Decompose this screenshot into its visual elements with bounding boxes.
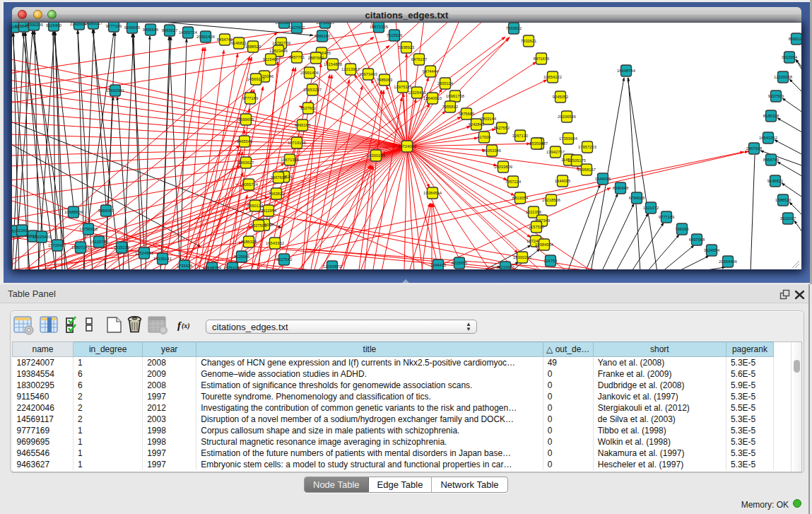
- svg-text:20991406: 20991406: [300, 71, 319, 75]
- svg-text:3624554: 3624554: [704, 248, 720, 252]
- svg-text:9465546: 9465546: [237, 139, 253, 144]
- svg-text:1244415: 1244415: [430, 263, 447, 267]
- svg-text:9245052: 9245052: [553, 95, 569, 99]
- svg-text:9146821: 9146821: [767, 179, 784, 183]
- svg-text:116753: 116753: [544, 259, 558, 263]
- svg-text:12975115: 12975115: [394, 85, 411, 89]
- svg-text:10719155: 10719155: [288, 141, 306, 145]
- svg-text:9699695: 9699695: [238, 117, 254, 122]
- svg-text:2803144: 2803144: [481, 117, 497, 121]
- svg-text:16782759: 16782759: [272, 41, 290, 45]
- svg-text:2935114: 2935114: [437, 81, 454, 86]
- svg-text:853594: 853594: [529, 141, 543, 146]
- svg-text:9115460: 9115460: [46, 23, 61, 28]
- svg-text:10671355: 10671355: [281, 158, 299, 162]
- svg-text:10025433: 10025433: [33, 235, 51, 239]
- svg-text:7515526: 7515526: [387, 33, 403, 37]
- svg-text:3267130: 3267130: [512, 134, 529, 138]
- svg-text:1527602: 1527602: [289, 25, 305, 30]
- svg-text:6794028: 6794028: [629, 196, 645, 200]
- svg-text:19384554: 19384554: [535, 243, 554, 247]
- svg-text:10671355: 10671355: [370, 25, 388, 29]
- svg-text:14569117: 14569117: [247, 77, 264, 81]
- svg-text:8990448: 8990448: [613, 186, 629, 190]
- svg-text:8215955: 8215955: [452, 261, 468, 265]
- svg-text:11325419: 11325419: [408, 90, 425, 95]
- svg-text:9884067: 9884067: [98, 209, 114, 213]
- svg-text:16961758: 16961758: [446, 94, 464, 98]
- svg-text:12823446: 12823446: [269, 49, 288, 53]
- svg-text:20364436: 20364436: [719, 259, 737, 264]
- svg-text:16543352: 16543352: [266, 241, 284, 245]
- svg-text:9457791: 9457791: [289, 55, 305, 59]
- svg-text:3912954: 3912954: [261, 209, 277, 213]
- svg-text:7485063: 7485063: [377, 78, 393, 82]
- svg-text:10973493: 10973493: [359, 72, 377, 76]
- svg-text:15640910: 15640910: [423, 96, 442, 100]
- svg-text:1733426: 1733426: [177, 264, 193, 268]
- svg-text:10756928: 10756928: [79, 227, 98, 231]
- svg-text:1588520: 1588520: [775, 198, 792, 202]
- svg-text:2967608: 2967608: [271, 175, 287, 180]
- svg-text:9463627: 9463627: [238, 160, 254, 165]
- svg-text:17359924: 17359924: [559, 136, 578, 141]
- svg-text:1221396: 1221396: [526, 210, 542, 214]
- svg-text:16154808: 16154808: [324, 62, 342, 66]
- svg-text:14569117: 14569117: [84, 23, 102, 25]
- svg-text:18807249: 18807249: [71, 245, 90, 250]
- svg-text:16120746: 16120746: [90, 240, 108, 244]
- svg-text:7663822: 7663822: [269, 192, 285, 196]
- svg-text:19218506: 19218506: [542, 198, 560, 202]
- svg-text:8660124: 8660124: [789, 37, 801, 41]
- svg-text:12093872: 12093872: [323, 264, 341, 269]
- svg-text:10653267: 10653267: [275, 23, 293, 25]
- svg-text:7357224: 7357224: [505, 180, 522, 184]
- svg-text:10653267: 10653267: [303, 88, 322, 92]
- svg-text:746266: 746266: [675, 227, 688, 231]
- svg-text:19384554: 19384554: [423, 191, 442, 195]
- svg-text:15720407: 15720407: [48, 243, 66, 247]
- svg-text:7632621: 7632621: [521, 39, 537, 43]
- svg-text:1644095: 1644095: [555, 179, 571, 183]
- svg-text:7955812: 7955812: [442, 105, 459, 109]
- svg-text:9777169: 9777169: [242, 96, 259, 100]
- svg-text:9227542: 9227542: [276, 257, 293, 262]
- svg-text:9129966: 9129966: [234, 255, 250, 259]
- svg-text:8471676: 8471676: [534, 57, 550, 61]
- svg-text:20991406: 20991406: [196, 35, 215, 39]
- svg-text:12226058: 12226058: [774, 75, 792, 79]
- svg-text:2967608: 2967608: [746, 146, 763, 151]
- svg-text:8660124: 8660124: [247, 204, 264, 208]
- svg-text:5875685: 5875685: [459, 112, 475, 116]
- svg-text:9327509: 9327509: [251, 223, 267, 228]
- svg-text:6479197: 6479197: [411, 57, 428, 62]
- svg-text:8813054: 8813054: [512, 196, 529, 200]
- svg-text:13524851: 13524851: [135, 251, 153, 255]
- svg-text:7663822: 7663822: [506, 26, 522, 30]
- svg-text:14055724: 14055724: [179, 30, 198, 35]
- svg-text:1527602: 1527602: [300, 106, 317, 110]
- svg-text:8186328: 8186328: [241, 240, 257, 244]
- svg-text:9466160: 9466160: [295, 123, 311, 127]
- svg-text:3322037: 3322037: [780, 216, 796, 221]
- svg-text:9465546: 9465546: [143, 28, 159, 32]
- svg-text:14136141: 14136141: [153, 257, 172, 261]
- svg-text:16958167: 16958167: [577, 168, 596, 172]
- svg-text:5938923: 5938923: [399, 45, 415, 49]
- svg-text:2887682: 2887682: [308, 56, 324, 60]
- svg-text:1588520: 1588520: [245, 45, 261, 49]
- svg-text:9242848: 9242848: [469, 122, 485, 127]
- svg-text:16210643: 16210643: [496, 265, 514, 269]
- svg-text:16033809: 16033809: [494, 165, 512, 169]
- svg-text:10654122: 10654122: [543, 75, 562, 79]
- svg-text:20206556: 20206556: [558, 115, 576, 119]
- svg-text:417006: 417006: [477, 135, 490, 139]
- svg-text:1157510: 1157510: [529, 225, 544, 229]
- svg-text:1615132: 1615132: [114, 245, 130, 250]
- svg-text:9327509: 9327509: [768, 94, 784, 98]
- svg-text:9115460: 9115460: [263, 57, 278, 62]
- svg-text:6497568: 6497568: [689, 238, 705, 242]
- svg-text:21053346: 21053346: [483, 148, 501, 153]
- svg-text:16648764: 16648764: [617, 69, 636, 73]
- svg-text:17957223: 17957223: [578, 145, 596, 149]
